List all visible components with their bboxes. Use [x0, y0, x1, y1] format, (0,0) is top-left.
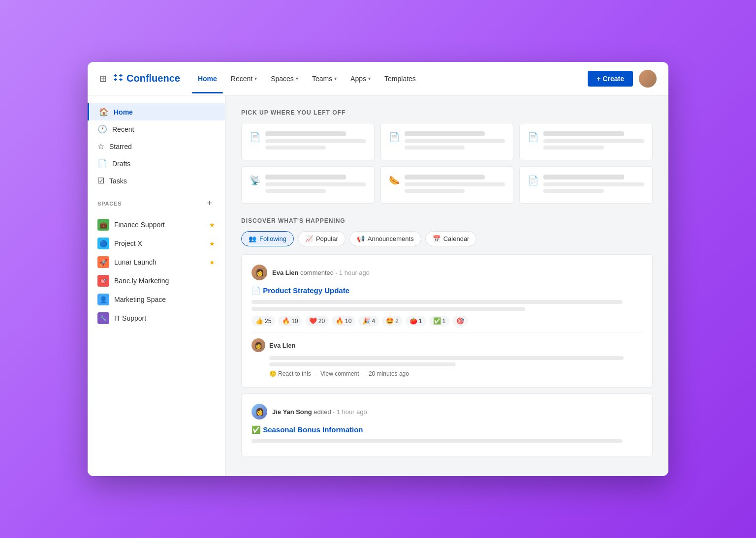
card-title-bar	[265, 175, 346, 179]
add-space-button[interactable]: +	[204, 197, 215, 209]
app-window: ⊞ Confluence Home Recent ▾ Spaces ▾ Team…	[88, 62, 668, 476]
reaction-fire2[interactable]: 🔥 10	[332, 316, 355, 326]
reaction-fire[interactable]: 🔥 10	[278, 316, 302, 326]
react-button[interactable]: 🙂 React to this	[269, 370, 311, 377]
recent-card[interactable]: 📄	[519, 166, 653, 204]
reaction-count: 10	[345, 318, 351, 325]
recent-card[interactable]: 📄	[380, 123, 514, 160]
card-line	[543, 146, 604, 149]
sidebar-item-drafts[interactable]: 📄 Drafts	[88, 155, 225, 172]
reaction-thumbsup[interactable]: 👍 25	[252, 316, 275, 326]
card-line	[543, 189, 604, 193]
recent-card[interactable]: 📄	[519, 123, 653, 160]
feed-action: edited ·	[314, 408, 336, 416]
card-content	[405, 175, 505, 195]
filter-tab-calendar[interactable]: 📅 Calendar	[425, 231, 477, 246]
card-line	[265, 182, 366, 186]
reaction-count: 4	[372, 318, 375, 325]
reaction-party[interactable]: 🎉 4	[358, 316, 379, 326]
clock-icon: 🕐	[97, 124, 107, 134]
home-icon: 🏠	[99, 107, 109, 117]
reaction-starstruck[interactable]: 🤩 2	[382, 316, 403, 326]
chevron-down-icon: ▾	[254, 76, 257, 81]
spaces-section-header: SPACES +	[97, 197, 215, 209]
main-content: 🏠 Home 🕐 Recent ☆ Starred 📄 Drafts ☑ Tas…	[88, 95, 668, 476]
heart-emoji: ❤️	[309, 317, 317, 325]
feed-card-header: 👩 Jie Yan Song edited · 1 hour ago	[252, 404, 642, 419]
feed-action: commented ·	[300, 269, 339, 276]
filter-tab-announcements[interactable]: 📢 Announcements	[349, 231, 421, 246]
doc-icon: 📄	[528, 132, 538, 143]
nav-apps[interactable]: Apps ▾	[345, 71, 377, 87]
recent-card[interactable]: 🌭	[380, 166, 514, 204]
filter-tab-popular[interactable]: 📈 Popular	[298, 231, 346, 246]
reaction-tomato[interactable]: 🍅 1	[406, 316, 426, 326]
thumbsup-emoji: 👍	[255, 317, 263, 325]
content-area: PICK UP WHERE YOU LEFT OFF 📄 📄	[225, 95, 668, 476]
doc-icon: 📄	[528, 175, 538, 186]
space-item-lunar[interactable]: 🚀 Lunar Launch ★	[88, 253, 225, 271]
spaces-section: SPACES +	[88, 189, 225, 215]
sidebar-item-recent[interactable]: 🕐 Recent	[88, 120, 225, 138]
doc-icon: 📄	[389, 132, 400, 143]
create-button[interactable]: + Create	[588, 71, 633, 87]
commenter-avatar: 👩	[252, 338, 265, 352]
space-item-marketing[interactable]: 👤 Marketing Space	[88, 290, 225, 309]
feed-card-header: 👩 Eva Lien commented · 1 hour ago	[252, 265, 642, 280]
card-line	[405, 139, 505, 143]
feed-meta: Eva Lien commented · 1 hour ago	[272, 269, 370, 276]
card-line	[405, 146, 465, 149]
main-nav: Home Recent ▾ Spaces ▾ Teams ▾ Apps ▾ Te…	[192, 71, 588, 87]
sidebar-item-home[interactable]: 🏠 Home	[88, 103, 225, 120]
card-line	[265, 146, 326, 149]
card-title-bar	[405, 131, 485, 136]
recent-card[interactable]: 📡	[241, 166, 375, 204]
feed-post-title[interactable]: 📄 Product Strategy Update	[252, 286, 642, 295]
recent-section-title: PICK UP WHERE YOU LEFT OFF	[241, 109, 653, 116]
recent-card[interactable]: 📄	[241, 123, 375, 160]
reactions-bar: 👍 25 🔥 10 ❤️ 20 🔥 10	[252, 316, 642, 326]
comment-header: 👩 Eva Lien	[252, 338, 642, 352]
space-item-itsupport[interactable]: 🔧 IT Support	[88, 309, 225, 328]
reaction-heart[interactable]: ❤️ 20	[305, 316, 329, 326]
filter-tab-following[interactable]: 👥 Following	[241, 231, 294, 246]
sidebar-item-starred[interactable]: ☆ Starred	[88, 138, 225, 155]
card-line	[265, 189, 326, 193]
nav-recent[interactable]: Recent ▾	[225, 71, 263, 87]
nav-spaces[interactable]: Spaces ▾	[265, 71, 304, 87]
space-item-projectx[interactable]: 🔵 Project X ★	[88, 234, 225, 253]
card-title-bar	[543, 175, 624, 179]
feed-post-title[interactable]: ✅ Seasonal Bonus Information	[252, 425, 642, 434]
popular-icon: 📈	[305, 235, 313, 242]
filter-tabs: 👥 Following 📈 Popular 📢 Announcements 📅 …	[241, 231, 653, 246]
reaction-count: 10	[291, 318, 298, 325]
logo[interactable]: Confluence	[113, 73, 180, 84]
header-right: + Create	[588, 70, 657, 88]
reaction-target[interactable]: 🎯	[452, 316, 468, 326]
nav-templates[interactable]: Templates	[378, 71, 422, 87]
star-icon: ★	[209, 240, 215, 247]
space-item-finance[interactable]: 💼 Finance Support ★	[88, 215, 225, 234]
feed-user-avatar: 👩	[252, 404, 267, 419]
space-item-bancly[interactable]: 🎯 Banc.ly Marketing	[88, 271, 225, 290]
view-comment-button[interactable]: View comment	[320, 370, 359, 377]
grid-icon[interactable]: ⊞	[99, 73, 107, 84]
draft-icon: 📄	[97, 159, 107, 168]
fire-emoji: 🔥	[282, 317, 290, 325]
card-content	[543, 131, 644, 152]
space-icon-finance: 💼	[97, 219, 109, 231]
nav-home[interactable]: Home	[192, 71, 223, 87]
space-icon-bancly: 🎯	[97, 275, 109, 287]
avatar-image: 👩	[252, 265, 267, 280]
space-icon-marketing: 👤	[97, 294, 109, 305]
reaction-check[interactable]: ✅ 1	[429, 316, 450, 326]
nav-teams[interactable]: Teams ▾	[306, 71, 343, 87]
calendar-icon: 📅	[433, 235, 441, 242]
following-icon: 👥	[249, 235, 256, 242]
reaction-count: 1	[419, 318, 422, 325]
avatar[interactable]	[639, 70, 657, 88]
separator: ·	[363, 370, 365, 377]
sidebar-item-tasks[interactable]: ☑ Tasks	[88, 172, 225, 189]
card-content	[265, 175, 366, 195]
comment-time: 20 minutes ago	[369, 370, 409, 377]
